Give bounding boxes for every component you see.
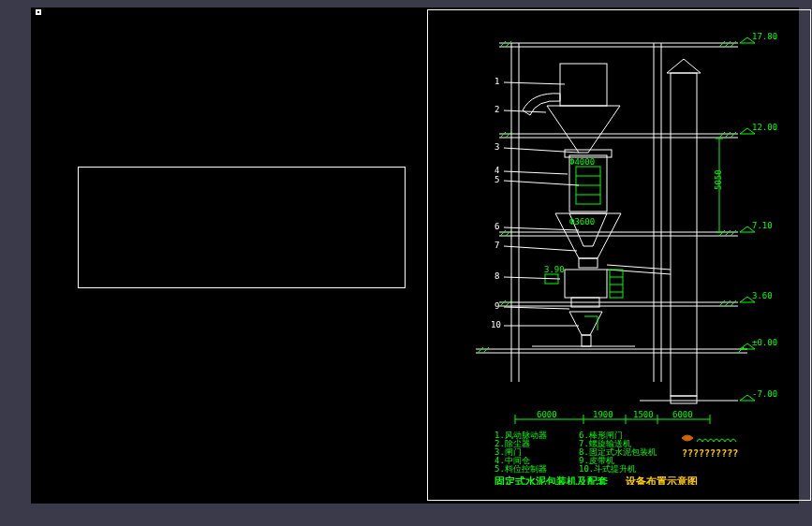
dim-d1: 6000 [537,410,557,419]
callout-2: 2 [495,105,499,114]
left-panel-rect [78,167,406,288]
svg-line-33 [500,300,506,306]
svg-line-28 [500,230,506,236]
svg-line-35 [478,347,483,353]
svg-rect-41 [579,258,598,268]
floor-slabs [476,43,747,401]
drawing-title-green: 固定式水泥包装机及配套 [495,475,608,485]
callout-9: 9 [495,301,499,311]
legend-10: 10.斗式提升机 [579,464,636,474]
svg-line-18 [500,41,506,47]
svg-line-32 [731,300,736,306]
svg-line-36 [483,347,489,353]
elev-1: 17.80 [752,32,777,41]
svg-line-16 [725,41,731,47]
svg-line-30 [719,300,725,306]
svg-line-67 [504,307,569,309]
legend-5: 5.料位控制器 [495,464,547,474]
callout-7: 7 [495,241,499,250]
stamp-text: ?????????? [682,448,738,459]
svg-rect-46 [671,73,697,396]
svg-line-59 [504,82,565,84]
stamp-icon [682,435,736,442]
svg-rect-38 [560,64,607,106]
dim-h1: Ф4000 [569,157,595,167]
svg-rect-47 [671,396,697,403]
svg-line-15 [719,41,725,47]
svg-line-21 [725,132,731,138]
svg-line-22 [731,132,736,138]
svg-line-20 [719,132,725,138]
dim-d2: 1900 [593,410,613,419]
svg-line-26 [725,230,731,236]
svg-line-65 [504,246,577,251]
dim-d3: 1500 [633,410,654,419]
callout-leaders [504,82,579,326]
drawing-content: 1 2 3 4 5 6 7 8 9 10 17.80 12.00 7.10 3.… [438,26,798,485]
svg-line-17 [731,41,736,47]
svg-line-64 [504,227,579,230]
callout-3: 3 [495,142,499,152]
elev-6: -7.00 [752,389,777,399]
callout-1: 1 [495,77,499,86]
elev-3: 7.10 [752,221,773,230]
equipment [523,59,701,403]
elev-5: ±0.00 [752,338,777,347]
dim-dv: 5050 [714,169,723,190]
elev-4: 3.60 [752,291,773,300]
svg-line-27 [731,230,736,236]
cad-viewport[interactable]: 1 2 3 4 5 6 7 8 9 10 17.80 12.00 7.10 3.… [31,7,799,504]
drawing-title-yellow: 设备布置示意图 [625,475,698,485]
svg-rect-54 [610,270,623,298]
callout-4: 4 [495,166,499,175]
callout-8: 8 [495,271,499,281]
callout-5: 5 [495,175,499,184]
dim-d4: 6000 [672,410,693,419]
svg-rect-40 [565,150,612,157]
svg-line-29 [506,230,511,236]
svg-rect-42 [565,270,607,298]
dim-h2: Ф3600 [569,217,595,226]
callout-6: 6 [495,222,499,231]
svg-rect-44 [582,335,591,346]
origin-marker [36,9,41,15]
callout-10: 10 [491,320,501,329]
svg-line-66 [504,277,560,279]
svg-line-62 [504,171,568,174]
svg-line-63 [504,181,579,185]
svg-line-25 [719,230,725,236]
svg-line-19 [506,41,511,47]
svg-line-34 [506,300,511,306]
svg-line-24 [506,132,511,138]
legend: 1.风动脉动器 2.除尘器 3.闸门 4.中间仓 5.料位控制器 6.棒形闸门 … [495,431,657,474]
svg-line-23 [500,132,506,138]
elev-2: 12.00 [752,123,777,132]
svg-line-31 [725,300,731,306]
dim-h3: 3.90 [544,265,565,274]
